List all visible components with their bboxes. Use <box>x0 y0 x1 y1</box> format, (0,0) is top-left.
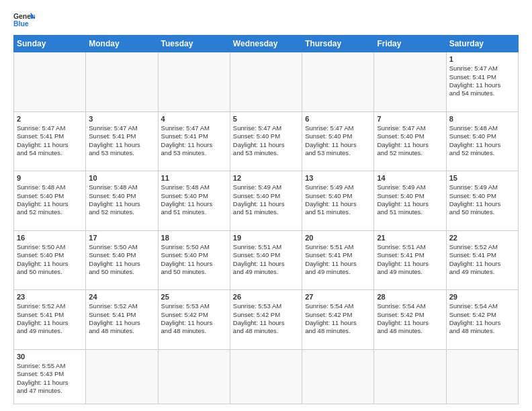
day-info: and 48 minutes. <box>89 327 154 335</box>
calendar-cell <box>302 349 374 404</box>
day-info: Daylight: 11 hours <box>377 319 443 327</box>
day-info: and 48 minutes. <box>305 327 371 335</box>
day-info: Sunset: 5:40 PM <box>161 192 227 200</box>
day-number: 5 <box>233 114 299 124</box>
day-number: 17 <box>89 233 154 242</box>
day-info: Sunrise: 5:47 AM <box>89 124 154 132</box>
calendar-cell <box>230 349 302 404</box>
day-info: Sunrise: 5:49 AM <box>449 183 515 191</box>
day-number: 27 <box>305 292 371 302</box>
day-info: Sunset: 5:41 PM <box>17 132 83 140</box>
day-number: 6 <box>305 114 371 124</box>
day-info: and 52 minutes. <box>89 208 154 216</box>
day-info: and 48 minutes. <box>377 327 443 335</box>
day-number: 1 <box>449 54 515 64</box>
day-info: Daylight: 11 hours <box>161 200 227 208</box>
day-info: Sunrise: 5:50 AM <box>17 243 83 251</box>
calendar-cell: 11Sunrise: 5:48 AMSunset: 5:40 PMDayligh… <box>158 171 230 231</box>
day-number: 10 <box>89 173 154 183</box>
calendar-cell: 14Sunrise: 5:49 AMSunset: 5:40 PMDayligh… <box>374 171 446 231</box>
day-number: 29 <box>449 292 515 302</box>
calendar-cell <box>302 52 374 112</box>
day-info: and 49 minutes. <box>449 268 515 276</box>
day-number: 19 <box>233 233 299 242</box>
day-number: 13 <box>305 173 371 183</box>
day-info: Sunset: 5:40 PM <box>305 192 371 200</box>
day-number: 21 <box>377 233 443 242</box>
logo: General Blue <box>13 11 35 30</box>
day-number: 7 <box>377 114 443 124</box>
day-info: Sunset: 5:42 PM <box>377 311 443 319</box>
col-header-friday: Friday <box>374 36 446 52</box>
day-info: Daylight: 11 hours <box>89 141 154 149</box>
day-number: 26 <box>233 292 299 302</box>
day-info: Sunset: 5:41 PM <box>89 311 154 319</box>
day-info: Daylight: 11 hours <box>449 81 515 89</box>
day-number: 9 <box>17 173 83 183</box>
day-info: Sunset: 5:40 PM <box>89 192 154 200</box>
day-info: and 53 minutes. <box>161 149 227 157</box>
day-info: Sunset: 5:40 PM <box>449 192 515 200</box>
day-info: and 49 minutes. <box>377 268 443 276</box>
day-number: 8 <box>449 114 515 124</box>
day-number: 2 <box>17 114 83 124</box>
day-info: Sunrise: 5:53 AM <box>233 302 299 310</box>
day-info: Daylight: 11 hours <box>89 260 154 268</box>
day-number: 22 <box>449 233 515 242</box>
day-info: Daylight: 11 hours <box>89 319 154 327</box>
day-info: Sunrise: 5:47 AM <box>377 124 443 132</box>
calendar-cell: 1Sunrise: 5:47 AMSunset: 5:41 PMDaylight… <box>446 52 518 112</box>
day-info: Sunset: 5:42 PM <box>449 311 515 319</box>
day-info: Daylight: 11 hours <box>161 260 227 268</box>
day-info: Sunrise: 5:51 AM <box>305 243 371 251</box>
day-number: 15 <box>449 173 515 183</box>
day-info: Daylight: 11 hours <box>449 141 515 149</box>
day-info: Sunrise: 5:47 AM <box>161 124 227 132</box>
calendar-cell: 19Sunrise: 5:51 AMSunset: 5:40 PMDayligh… <box>230 230 302 290</box>
day-info: Sunrise: 5:47 AM <box>449 64 515 73</box>
day-info: Sunrise: 5:51 AM <box>377 243 443 251</box>
calendar-cell <box>230 52 302 112</box>
day-info: and 54 minutes. <box>449 89 515 97</box>
col-header-saturday: Saturday <box>446 36 518 52</box>
day-info: and 50 minutes. <box>89 268 154 276</box>
day-info: and 48 minutes. <box>449 327 515 335</box>
day-info: Daylight: 11 hours <box>305 200 371 208</box>
col-header-wednesday: Wednesday <box>230 36 302 52</box>
day-info: Sunset: 5:41 PM <box>161 132 227 140</box>
calendar-cell: 17Sunrise: 5:50 AMSunset: 5:40 PMDayligh… <box>86 230 158 290</box>
calendar-cell: 28Sunrise: 5:54 AMSunset: 5:42 PMDayligh… <box>374 290 446 350</box>
calendar-cell: 26Sunrise: 5:53 AMSunset: 5:42 PMDayligh… <box>230 290 302 350</box>
day-info: Sunrise: 5:48 AM <box>17 183 83 191</box>
day-info: Sunrise: 5:54 AM <box>305 302 371 310</box>
calendar-cell: 27Sunrise: 5:54 AMSunset: 5:42 PMDayligh… <box>302 290 374 350</box>
day-info: Daylight: 11 hours <box>305 260 371 268</box>
day-info: Sunrise: 5:51 AM <box>233 243 299 251</box>
day-number: 11 <box>161 173 227 183</box>
day-number: 20 <box>305 233 371 242</box>
calendar-cell: 30Sunrise: 5:55 AMSunset: 5:43 PMDayligh… <box>14 349 86 404</box>
day-info: Sunrise: 5:47 AM <box>305 124 371 132</box>
calendar-cell: 16Sunrise: 5:50 AMSunset: 5:40 PMDayligh… <box>14 230 86 290</box>
calendar-cell <box>374 52 446 112</box>
day-info: Sunrise: 5:50 AM <box>161 243 227 251</box>
day-info: and 50 minutes. <box>17 268 83 276</box>
day-info: Daylight: 11 hours <box>161 319 227 327</box>
day-info: Sunset: 5:40 PM <box>233 132 299 140</box>
day-info: Sunrise: 5:48 AM <box>161 183 227 191</box>
day-number: 3 <box>89 114 154 124</box>
day-info: Sunrise: 5:48 AM <box>89 183 154 191</box>
col-header-tuesday: Tuesday <box>158 36 230 52</box>
day-info: Sunset: 5:41 PM <box>449 251 515 259</box>
day-info: Sunset: 5:40 PM <box>89 251 154 259</box>
col-header-monday: Monday <box>86 36 158 52</box>
day-info: Daylight: 11 hours <box>17 379 83 387</box>
calendar-cell <box>14 52 86 112</box>
page: General Blue SundayMondayTuesdayWednesda… <box>0 0 532 411</box>
day-info: and 54 minutes. <box>17 149 83 157</box>
calendar-cell: 12Sunrise: 5:49 AMSunset: 5:40 PMDayligh… <box>230 171 302 231</box>
day-info: and 53 minutes. <box>305 149 371 157</box>
day-info: and 52 minutes. <box>377 149 443 157</box>
day-info: and 51 minutes. <box>161 208 227 216</box>
day-info: Sunrise: 5:52 AM <box>449 243 515 251</box>
